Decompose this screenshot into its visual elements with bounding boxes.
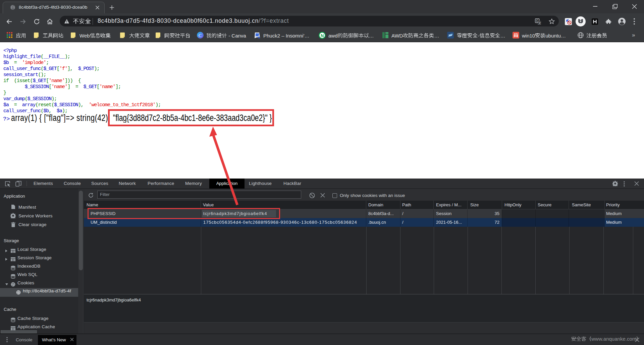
svg-text:C: C: [199, 33, 202, 38]
svg-text:文: 文: [538, 21, 541, 25]
svg-text:N: N: [321, 33, 324, 38]
